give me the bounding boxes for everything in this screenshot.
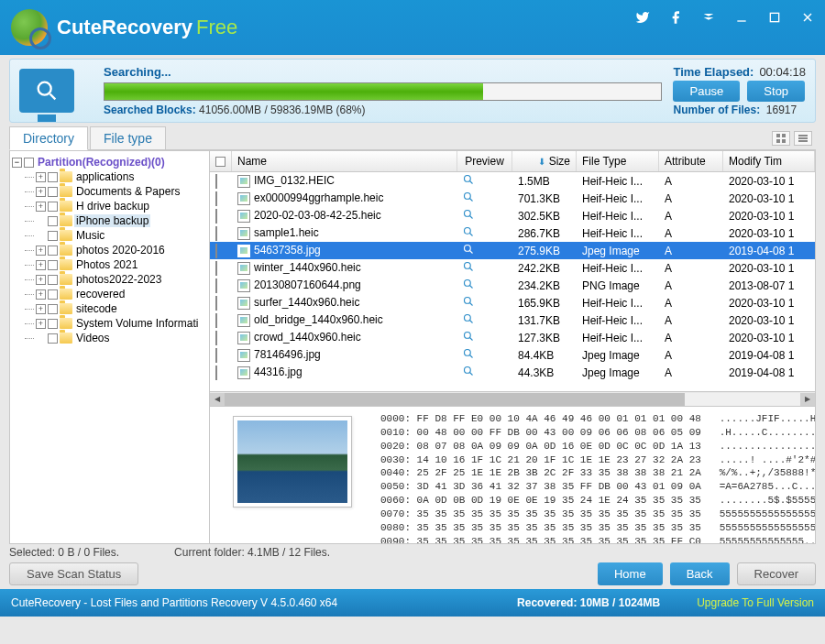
collapse-icon[interactable]: − [12,158,22,168]
col-size[interactable]: ⬇Size [512,151,577,171]
expand-icon[interactable]: + [36,172,46,182]
tree-item[interactable]: +Documents & Papers [12,184,207,199]
file-row[interactable]: 20130807160644.png234.2KBPNG ImageA2013-… [210,277,815,294]
checkbox[interactable] [48,216,58,226]
checkbox[interactable] [215,226,217,241]
stop-button[interactable]: Stop [747,81,805,102]
tree-root[interactable]: − Partition(Recognized)(0) [12,155,207,169]
upgrade-link[interactable]: Upgrade To Full Version [697,596,814,609]
close-button[interactable] [798,7,818,27]
view-grid-icon[interactable] [772,131,790,146]
file-row[interactable]: 54637358.jpg275.9KBJpeg ImageA2019-04-08… [210,242,815,259]
checkbox[interactable] [48,172,58,182]
horizontal-scrollbar[interactable]: ◀ ▶ [210,391,815,406]
expand-icon[interactable]: + [36,202,46,212]
facebook-icon[interactable] [666,7,686,27]
file-list-body[interactable]: IMG_0132.HEIC1.5MBHeif-Heic I...A2020-03… [210,172,815,391]
checkbox[interactable] [48,275,58,285]
back-button[interactable]: Back [670,562,730,585]
save-scan-button[interactable]: Save Scan Status [9,562,138,585]
checkbox[interactable] [48,319,58,329]
pause-button[interactable]: Pause [673,81,740,102]
preview-icon[interactable] [463,191,474,202]
checkbox[interactable] [215,209,217,224]
preview-icon[interactable] [463,226,474,237]
minimize-button[interactable] [732,7,752,27]
file-row[interactable]: crowd_1440x960.heic127.3KBHeif-Heic I...… [210,329,815,346]
preview-icon[interactable] [463,278,474,289]
checkbox[interactable] [48,231,58,241]
file-row[interactable]: 78146496.jpg84.4KBJpeg ImageA2019-04-08 … [210,346,815,364]
scroll-thumb[interactable] [225,393,685,406]
checkbox[interactable] [215,174,217,189]
file-row[interactable]: 44316.jpg44.3KBJpeg ImageA2019-04-08 1 [210,364,815,381]
file-row[interactable]: old_bridge_1440x960.heic131.7KBHeif-Heic… [210,311,815,329]
checkbox[interactable] [215,366,217,380]
tree-item[interactable]: +System Volume Informati [12,316,207,331]
file-row[interactable]: ex0000994ggrhample.heic701.3KBHeif-Heic … [210,190,815,207]
checkbox[interactable] [48,304,58,314]
checkbox[interactable] [24,158,34,168]
expand-icon[interactable]: + [36,304,46,314]
checkbox[interactable] [215,296,217,311]
maximize-button[interactable] [764,7,785,27]
expand-icon[interactable]: + [36,289,46,300]
checkbox[interactable] [215,261,217,276]
checkbox[interactable] [48,260,58,270]
tree-item[interactable]: +applications [12,169,207,184]
col-modify[interactable]: Modify Tim [723,151,815,171]
scroll-right-button[interactable]: ▶ [800,393,815,406]
tree-item[interactable]: +photos 2020-2016 [12,243,207,257]
checkbox[interactable] [215,191,217,206]
checkbox[interactable] [215,244,217,258]
scroll-left-button[interactable]: ◀ [210,393,225,406]
tree-item[interactable]: +sitecode [12,301,207,316]
expand-icon[interactable]: + [36,275,46,285]
file-row[interactable]: sample1.heic286.7KBHeif-Heic I...A2020-0… [210,224,815,242]
expand-icon[interactable]: + [36,319,46,329]
checkbox[interactable] [48,333,58,344]
col-checkbox[interactable] [210,151,232,171]
file-row[interactable]: IMG_0132.HEIC1.5MBHeif-Heic I...A2020-03… [210,172,815,190]
tree-item[interactable]: +recovered [12,287,207,301]
expand-icon[interactable]: + [36,246,46,256]
tree-item[interactable]: iPhone backup [12,213,207,228]
tree-item[interactable]: +H drive backup [12,199,207,213]
checkbox[interactable] [48,246,58,256]
expand-icon[interactable]: + [36,187,46,197]
col-preview[interactable]: Preview [457,151,512,171]
tree-item[interactable]: Videos [12,331,207,345]
preview-icon[interactable] [463,331,474,342]
preview-icon[interactable] [463,244,474,255]
tree-item[interactable]: +Photos 2021 [12,257,207,272]
preview-icon[interactable] [463,261,474,272]
preview-icon[interactable] [463,366,474,377]
preview-icon[interactable] [463,348,474,359]
home-button[interactable]: Home [598,562,663,585]
preview-icon[interactable] [463,209,474,220]
tab-directory[interactable]: Directory [9,126,88,150]
preview-icon[interactable] [463,313,474,324]
twitter-icon[interactable] [632,7,653,27]
checkbox[interactable] [48,187,58,197]
preview-icon[interactable] [463,296,474,307]
view-list-icon[interactable] [794,131,812,146]
col-attribute[interactable]: Attribute [659,151,723,171]
expand-icon[interactable]: + [36,260,46,270]
checkbox[interactable] [215,278,217,293]
checkbox[interactable] [48,202,58,212]
tree-item[interactable]: +photos2022-2023 [12,272,207,287]
col-name[interactable]: Name [232,151,457,171]
checkbox[interactable] [215,348,217,363]
checkbox[interactable] [215,313,217,328]
tab-filetype[interactable]: File type [90,126,166,149]
preview-icon[interactable] [463,174,474,185]
col-filetype[interactable]: File Type [577,151,659,171]
checkbox[interactable] [215,331,217,345]
tree-item[interactable]: Music [12,228,207,243]
file-row[interactable]: winter_1440x960.heic242.2KBHeif-Heic I..… [210,259,815,277]
dropdown-icon[interactable] [698,7,719,27]
file-row[interactable]: surfer_1440x960.heic165.9KBHeif-Heic I..… [210,294,815,311]
file-row[interactable]: 2020-02-03-08-42-25.heic302.5KBHeif-Heic… [210,207,815,224]
recover-button[interactable]: Recover [737,562,816,585]
